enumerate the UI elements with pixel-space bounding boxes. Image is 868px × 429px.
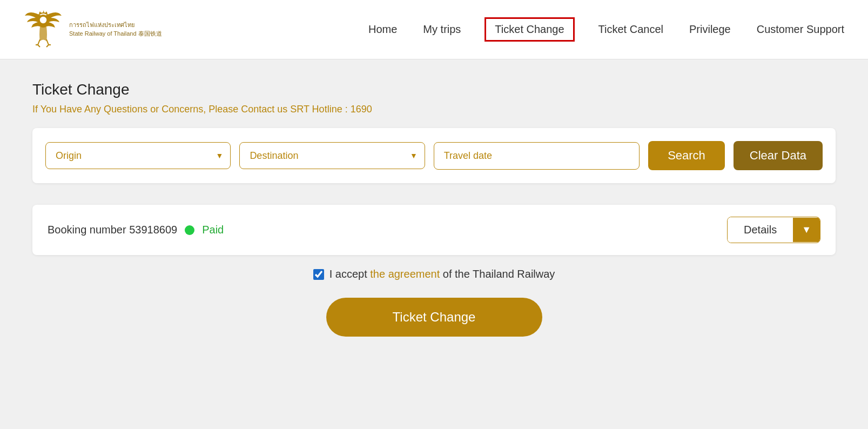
logo-emblem	[22, 5, 65, 54]
logo-text: การรถไฟแห่งประเทศไทย State Railway of Th…	[69, 21, 162, 38]
booking-card: Booking number 53918609 Paid Details ▼	[32, 205, 836, 255]
destination-select[interactable]: Destination	[239, 142, 425, 169]
nav-privilege[interactable]: Privilege	[687, 19, 733, 40]
nav-my-trips[interactable]: My trips	[421, 19, 463, 40]
page-title: Ticket Change	[32, 81, 836, 98]
ticket-change-button[interactable]: Ticket Change	[326, 298, 542, 337]
nav-customer-support[interactable]: Customer Support	[755, 19, 846, 40]
search-button[interactable]: Search	[648, 141, 725, 170]
agreement-link[interactable]: the agreement	[370, 268, 440, 280]
ticket-change-btn-wrap: Ticket Change	[32, 298, 836, 337]
booking-status: Paid	[202, 224, 224, 236]
agreement-row: I accept the agreement of the Thailand R…	[32, 268, 836, 280]
details-label: Details	[728, 217, 793, 243]
nav-home[interactable]: Home	[366, 19, 399, 40]
clear-data-button[interactable]: Clear Data	[734, 141, 823, 170]
main-nav: Home My trips Ticket Change Ticket Cance…	[366, 17, 846, 42]
logo-area: การรถไฟแห่งประเทศไทย State Railway of Th…	[22, 5, 162, 54]
origin-select[interactable]: Origin	[45, 142, 231, 169]
agreement-text: I accept the agreement of the Thailand R…	[329, 268, 555, 280]
details-button[interactable]: Details ▼	[727, 217, 820, 243]
nav-ticket-cancel[interactable]: Ticket Cancel	[596, 19, 665, 40]
nav-ticket-change[interactable]: Ticket Change	[485, 17, 574, 42]
search-panel: Origin ▼ Destination ▼ Search Clear Data	[32, 128, 836, 183]
details-chevron-icon: ▼	[793, 218, 820, 242]
hotline-text: If You Have Any Questions or Concerns, P…	[32, 104, 836, 115]
status-dot-icon	[185, 225, 194, 235]
svg-point-1	[39, 16, 47, 24]
origin-select-wrapper: Origin ▼	[45, 142, 231, 169]
travel-date-input[interactable]	[434, 142, 640, 170]
destination-select-wrapper: Destination ▼	[239, 142, 425, 169]
booking-label: Booking number 53918609	[48, 224, 177, 236]
agreement-checkbox[interactable]	[313, 269, 324, 280]
booking-info: Booking number 53918609 Paid	[48, 224, 224, 236]
header: การรถไฟแห่งประเทศไทย State Railway of Th…	[0, 0, 868, 59]
main-content: Ticket Change If You Have Any Questions …	[0, 59, 868, 358]
